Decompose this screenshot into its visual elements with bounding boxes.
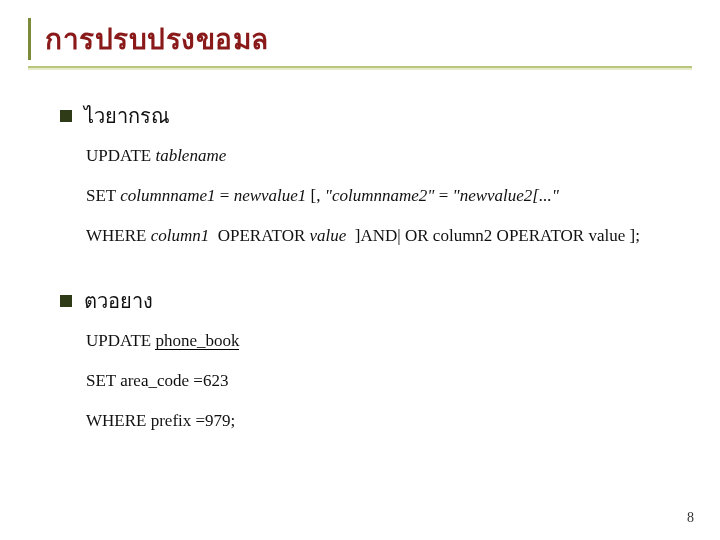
bullet-label-syntax: ไวยากรณ (84, 100, 170, 132)
arg-colw1: column1 (151, 226, 210, 245)
example-line-1: UPDATE phone_book (86, 329, 680, 353)
arg-valw1: value (310, 226, 347, 245)
bullet-example: ตวอยาง (60, 285, 680, 317)
rest-where: ]AND| OR column2 OPERATOR value ]; (355, 226, 640, 245)
title-container: การปรบปรงขอมล (28, 18, 692, 60)
content-area: ไวยากรณ UPDATE tablename SET columnname1… (60, 100, 680, 449)
ex-tablename: phone_book (155, 332, 239, 350)
kw-update: UPDATE (86, 146, 151, 165)
arg-val2: "newvalue2[..." (453, 186, 559, 205)
example-line-3: WHERE prefix =979; (86, 409, 680, 433)
slide-title: การปรบปรงขอมล (45, 18, 692, 60)
page-number: 8 (687, 510, 694, 526)
example-line-2: SET area_code =623 (86, 369, 680, 393)
arg-col2: "columnname2" (325, 186, 435, 205)
kw-set: SET (86, 186, 116, 205)
eq1: = (220, 186, 230, 205)
syntax-line-2: SET columnname1 = newvalue1 [, "columnna… (86, 184, 680, 208)
example-block: UPDATE phone_book SET area_code =623 WHE… (86, 329, 680, 432)
eq2: = (439, 186, 449, 205)
bullet-icon (60, 295, 72, 307)
kw-where: WHERE (86, 226, 146, 245)
slide: การปรบปรงขอมล ไวยากรณ UPDATE tablename S… (0, 0, 720, 540)
kw-op1: OPERATOR (218, 226, 306, 245)
bullet-syntax: ไวยากรณ (60, 100, 680, 132)
ex-update: UPDATE (86, 331, 151, 350)
title-underline (28, 66, 692, 70)
bullet-icon (60, 110, 72, 122)
spacer (60, 263, 680, 285)
syntax-line-1: UPDATE tablename (86, 144, 680, 168)
bracket-comma: [, (311, 186, 321, 205)
bullet-label-example: ตวอยาง (84, 285, 153, 317)
syntax-line-3: WHERE column1 OPERATOR value ]AND| OR co… (86, 224, 680, 248)
arg-val1: newvalue1 (234, 186, 307, 205)
arg-col1: columnname1 (120, 186, 215, 205)
arg-tablename: tablename (155, 146, 226, 165)
syntax-block: UPDATE tablename SET columnname1 = newva… (86, 144, 680, 247)
